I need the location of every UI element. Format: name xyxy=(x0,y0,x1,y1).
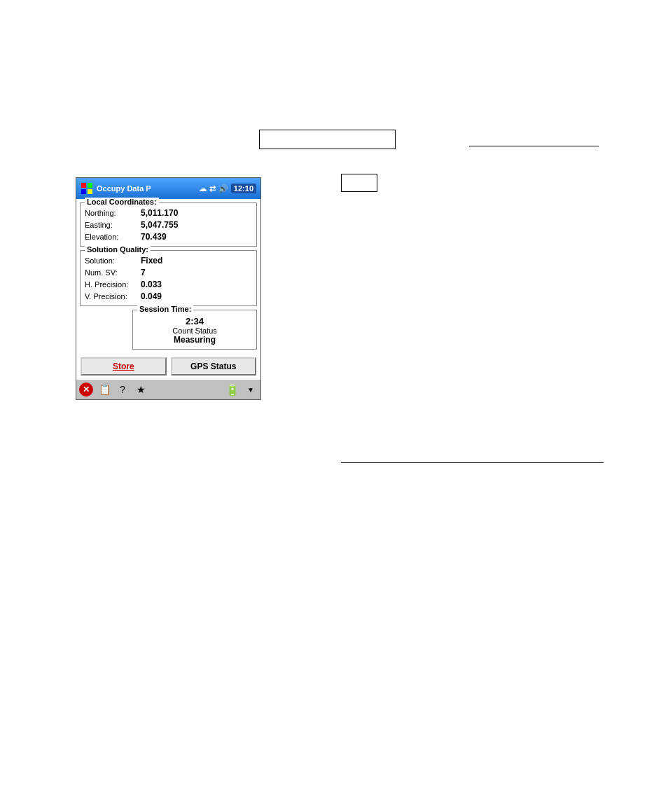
solution-quality-title: Solution Quality: xyxy=(85,245,151,254)
device-screen: Occupy Data P ☁ ⇄ 🔊 12:10 Local Coordina… xyxy=(76,177,261,400)
bottom-underline xyxy=(341,462,604,463)
gps-status-button[interactable]: GPS Status xyxy=(171,357,257,376)
v-precision-label: V. Precision: xyxy=(85,292,141,301)
local-coordinates-title: Local Coordinates: xyxy=(85,198,159,206)
top-right-underline xyxy=(469,146,599,146)
wifi-icon: ☁ xyxy=(199,184,207,193)
svg-rect-3 xyxy=(88,189,92,194)
v-precision-row: V. Precision: 0.049 xyxy=(85,291,252,301)
session-count-label: Count Status xyxy=(137,326,252,335)
h-precision-label: H. Precision: xyxy=(85,280,141,289)
local-coordinates-panel: Local Coordinates: Northing: 5,011.170 E… xyxy=(80,202,257,247)
svg-rect-1 xyxy=(88,183,92,188)
session-time-value: 2:34 xyxy=(137,316,252,326)
northing-row: Northing: 5,011.170 xyxy=(85,208,252,218)
help-icon[interactable]: ? xyxy=(116,383,130,397)
windows-logo-icon xyxy=(81,182,93,195)
northing-value: 5,011.170 xyxy=(141,208,178,218)
battery-icon: 🔋 xyxy=(225,383,239,397)
h-precision-row: H. Precision: 0.033 xyxy=(85,280,252,289)
title-bar-icons: ☁ ⇄ 🔊 12:10 xyxy=(199,184,256,193)
elevation-row: Elevation: 70.439 xyxy=(85,232,252,242)
screen-content: Local Coordinates: Northing: 5,011.170 E… xyxy=(76,202,260,380)
elevation-value: 70.439 xyxy=(141,232,167,242)
v-precision-value: 0.049 xyxy=(141,291,162,301)
solution-quality-panel: Solution Quality: Solution: Fixed Num. S… xyxy=(80,250,257,306)
sync-icon: ⇄ xyxy=(209,184,216,193)
buttons-row: Store GPS Status xyxy=(76,353,260,380)
store-button[interactable]: Store xyxy=(81,357,167,376)
svg-rect-2 xyxy=(81,189,86,194)
num-sv-label: Num. SV: xyxy=(85,268,141,277)
elevation-label: Elevation: xyxy=(85,233,141,241)
session-status-value: Measuring xyxy=(137,335,252,345)
close-icon[interactable]: ✕ xyxy=(79,383,93,397)
h-precision-value: 0.033 xyxy=(141,280,162,289)
volume-icon: 🔊 xyxy=(218,184,228,193)
clipboard-icon[interactable]: 📋 xyxy=(97,383,111,397)
solution-row: Solution: Fixed xyxy=(85,256,252,266)
device-taskbar: ✕ 📋 ? ★ 🔋 ▼ xyxy=(76,380,260,399)
solution-value: Fixed xyxy=(141,256,162,266)
title-bar-text: Occupy Data P xyxy=(97,184,199,193)
small-input-box[interactable] xyxy=(341,174,377,192)
star-icon[interactable]: ★ xyxy=(134,383,148,397)
num-sv-value: 7 xyxy=(141,268,146,277)
easting-row: Easting: 5,047.755 xyxy=(85,220,252,230)
session-time-title: Session Time: xyxy=(137,305,193,313)
solution-label: Solution: xyxy=(85,256,141,265)
title-bar-time: 12:10 xyxy=(231,184,256,193)
num-sv-row: Num. SV: 7 xyxy=(85,268,252,277)
title-bar: Occupy Data P ☁ ⇄ 🔊 12:10 xyxy=(76,178,260,199)
easting-label: Easting: xyxy=(85,221,141,229)
northing-label: Northing: xyxy=(85,209,141,217)
svg-rect-0 xyxy=(81,183,86,188)
easting-value: 5,047.755 xyxy=(141,220,178,230)
session-time-panel: Session Time: 2:34 Count Status Measurin… xyxy=(132,310,257,350)
top-input-box[interactable] xyxy=(259,130,396,149)
taskbar-arrow-icon: ▼ xyxy=(244,383,258,397)
